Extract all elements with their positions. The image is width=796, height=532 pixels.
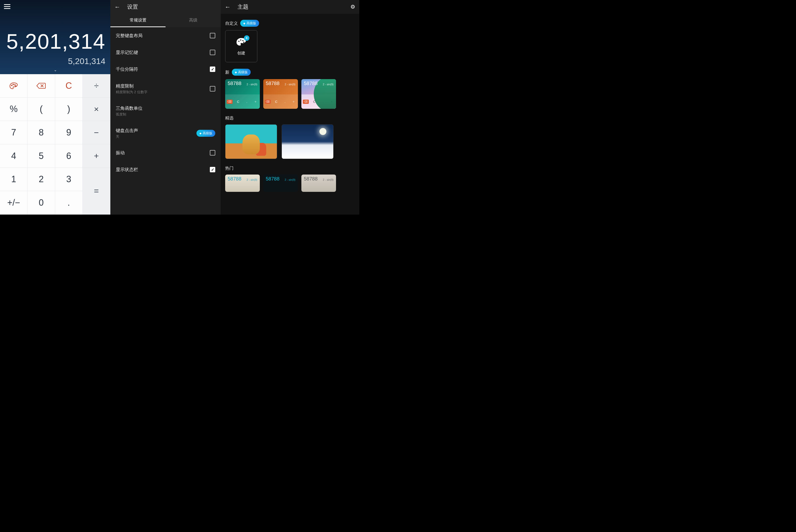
display-main-value: 5,201,314 bbox=[5, 31, 105, 52]
key-4[interactable]: 4 bbox=[0, 145, 28, 168]
section-new: 新 高级版 bbox=[225, 69, 355, 76]
rparen-key[interactable]: ) bbox=[55, 98, 83, 121]
theme-thumb-stone[interactable]: 587882 - sin(9)⌫C.÷ bbox=[225, 174, 260, 192]
themes-title: 主题 bbox=[237, 3, 249, 11]
svg-point-6 bbox=[242, 40, 243, 41]
featured-theme-snow[interactable] bbox=[282, 124, 333, 159]
back-icon[interactable]: ← bbox=[225, 3, 231, 11]
lparen-key[interactable]: ( bbox=[28, 98, 55, 121]
setting-row-5[interactable]: 键盘点击声关高级版 bbox=[110, 122, 221, 145]
key-3[interactable]: 3 bbox=[55, 168, 83, 191]
setting-subtitle: 关 bbox=[116, 134, 138, 139]
setting-row-0[interactable]: 完整键盘布局 bbox=[110, 27, 221, 44]
featured-theme-dino[interactable] bbox=[225, 124, 277, 159]
setting-title: 完整键盘布局 bbox=[116, 33, 143, 39]
divide-key[interactable]: ÷ bbox=[83, 74, 110, 98]
keypad: C ÷ % ( ) × 7 8 9 − 4 5 6 + 1 2 3 = +/− … bbox=[0, 74, 110, 214]
create-theme-tile[interactable]: + 创建 bbox=[225, 30, 257, 62]
setting-row-1[interactable]: 显示记忆键 bbox=[110, 44, 221, 61]
setting-title: 振动 bbox=[116, 150, 125, 156]
clear-key[interactable]: C bbox=[55, 74, 83, 98]
checkbox[interactable] bbox=[210, 167, 215, 172]
row-featured-themes bbox=[225, 124, 355, 159]
display-sub-value: 5,201,314 bbox=[5, 56, 105, 66]
settings-list: 完整键盘布局显示记忆键千位分隔符精度限制精度限制为 2 位数字三角函数单位弧度制… bbox=[110, 27, 221, 214]
themes-body: 自定义 高级版 + 创建 新 高级版 587882 - sin(9)⌫C.÷58… bbox=[221, 14, 359, 214]
percent-key[interactable]: % bbox=[0, 98, 28, 121]
section-featured: 精选 bbox=[225, 115, 355, 121]
setting-row-4[interactable]: 三角函数单位弧度制 bbox=[110, 100, 221, 122]
setting-subtitle: 弧度制 bbox=[116, 112, 143, 117]
key-2[interactable]: 2 bbox=[28, 168, 55, 191]
svg-point-2 bbox=[15, 84, 15, 85]
pro-badge: 高级版 bbox=[232, 69, 251, 76]
dot-key[interactable]: . bbox=[55, 191, 83, 214]
minus-key[interactable]: − bbox=[83, 121, 110, 145]
checkbox[interactable] bbox=[210, 86, 215, 92]
key-0[interactable]: 0 bbox=[28, 191, 55, 214]
plus-key[interactable]: + bbox=[83, 145, 110, 168]
theme-thumb-orange[interactable]: 587882 - sin(9)⌫C.÷ bbox=[263, 79, 298, 109]
setting-row-3[interactable]: 精度限制精度限制为 2 位数字 bbox=[110, 78, 221, 100]
theme-thumb-grey[interactable]: 587882 - sin(9)⌫C.÷ bbox=[301, 174, 336, 192]
tab-advanced[interactable]: 高级 bbox=[165, 14, 221, 27]
sign-key[interactable]: +/− bbox=[0, 191, 28, 214]
checkbox[interactable] bbox=[210, 150, 215, 155]
pro-badge: 高级版 bbox=[240, 20, 259, 27]
tab-general[interactable]: 常规设置 bbox=[110, 14, 165, 27]
section-custom: 自定义 高级版 bbox=[225, 20, 355, 27]
setting-title: 精度限制 bbox=[116, 83, 147, 89]
setting-row-2[interactable]: 千位分隔符 bbox=[110, 61, 221, 78]
setting-title: 显示记忆键 bbox=[116, 50, 138, 55]
gear-icon[interactable]: ⚙ bbox=[350, 4, 355, 10]
calculator-panel: 5,201,314 5,201,314 ⌄ C ÷ % ( ) × 7 8 9 bbox=[0, 0, 110, 214]
key-6[interactable]: 6 bbox=[55, 145, 83, 168]
chevron-down-icon[interactable]: ⌄ bbox=[5, 68, 105, 72]
key-9[interactable]: 9 bbox=[55, 121, 83, 145]
key-8[interactable]: 8 bbox=[28, 121, 55, 145]
setting-title: 千位分隔符 bbox=[116, 66, 138, 72]
settings-header: ← 设置 bbox=[110, 0, 221, 14]
settings-title: 设置 bbox=[127, 3, 138, 11]
theme-key[interactable] bbox=[0, 74, 28, 98]
backspace-icon bbox=[36, 82, 46, 90]
svg-point-0 bbox=[12, 85, 12, 86]
palette-icon bbox=[9, 82, 18, 90]
section-new-label: 新 bbox=[225, 70, 229, 75]
key-1[interactable]: 1 bbox=[0, 168, 28, 191]
equals-key[interactable]: = bbox=[83, 168, 110, 214]
key-7[interactable]: 7 bbox=[0, 121, 28, 145]
settings-tabs: 常规设置 高级 bbox=[110, 14, 221, 27]
svg-point-3 bbox=[15, 86, 16, 87]
setting-row-6[interactable]: 振动 bbox=[110, 145, 221, 161]
setting-title: 键盘点击声 bbox=[116, 128, 138, 133]
svg-point-7 bbox=[243, 41, 245, 43]
setting-subtitle: 精度限制为 2 位数字 bbox=[116, 90, 147, 94]
setting-row-7[interactable]: 显示状态栏 bbox=[110, 161, 221, 178]
checkbox[interactable] bbox=[210, 66, 215, 72]
checkbox[interactable] bbox=[210, 50, 215, 55]
pro-badge: 高级版 bbox=[197, 130, 215, 137]
backspace-key[interactable] bbox=[28, 74, 55, 98]
themes-panel: ← 主题 ⚙ 自定义 高级版 + 创建 新 高级版 587882 - sin(9… bbox=[221, 0, 359, 214]
theme-thumb-darkcyan[interactable]: 587882 - sin(9)⌫C.÷ bbox=[263, 174, 298, 192]
svg-point-4 bbox=[238, 40, 239, 42]
theme-thumb-pink[interactable]: 587882 - sin(9)⌫C.÷ bbox=[301, 79, 336, 109]
create-label: 创建 bbox=[237, 51, 245, 56]
palette-icon: + bbox=[236, 37, 247, 48]
back-icon[interactable]: ← bbox=[114, 3, 120, 11]
svg-point-1 bbox=[13, 84, 14, 85]
multiply-key[interactable]: × bbox=[83, 98, 110, 121]
key-5[interactable]: 5 bbox=[28, 145, 55, 168]
row-new-themes: 587882 - sin(9)⌫C.÷587882 - sin(9)⌫C.÷58… bbox=[225, 79, 355, 109]
svg-point-5 bbox=[240, 39, 241, 40]
menu-icon[interactable] bbox=[4, 3, 11, 10]
themes-header: ← 主题 ⚙ bbox=[221, 0, 359, 14]
section-featured-label: 精选 bbox=[225, 115, 234, 121]
plus-icon: + bbox=[244, 35, 249, 41]
theme-thumb-green[interactable]: 587882 - sin(9)⌫C.÷ bbox=[225, 79, 260, 109]
section-custom-label: 自定义 bbox=[225, 20, 238, 26]
setting-title: 三角函数单位 bbox=[116, 105, 143, 111]
checkbox[interactable] bbox=[210, 33, 215, 38]
section-hot: 热门 bbox=[225, 165, 355, 171]
